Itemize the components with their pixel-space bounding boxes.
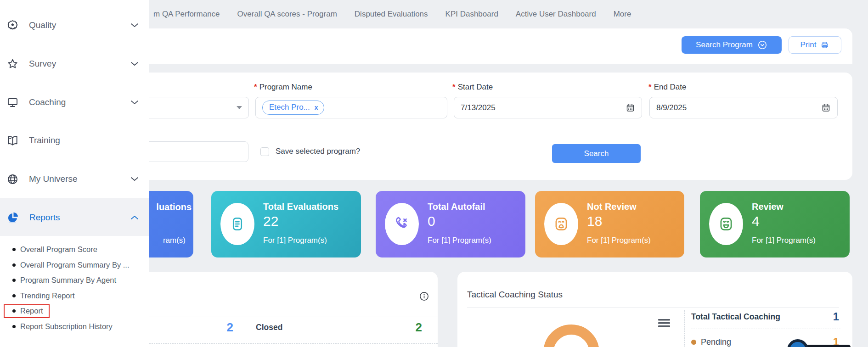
bullet-icon	[12, 309, 16, 313]
start-date-label: * Start Date	[452, 83, 493, 92]
sidebar-item-my-universe[interactable]: My Universe	[0, 171, 149, 187]
total-tactical-coaching-value: 1	[833, 310, 839, 323]
stat-card-subtitle: For [1] Program(s)	[263, 236, 357, 245]
search-program-button[interactable]: Search Program	[682, 36, 782, 54]
stat-card-subtitle-fragment: ram(s)	[163, 236, 186, 245]
bullet-icon	[12, 294, 16, 297]
stat-card-value: 22	[263, 214, 357, 229]
tactical-coaching-donut-chart	[543, 325, 599, 347]
tab-team-qa-performance[interactable]: m QA Performance	[153, 10, 220, 19]
pie-chart-icon	[6, 211, 19, 224]
calendar-icon[interactable]	[821, 103, 831, 112]
chevron-down-icon	[130, 61, 139, 67]
stat-card-title: Not Review	[587, 201, 681, 212]
stat-card-title-fragment: luations	[156, 202, 192, 213]
divider	[124, 317, 438, 317]
cursor-pointer-circle	[787, 339, 808, 347]
happy-face-icon	[709, 203, 743, 245]
program-tag-label: Etech Pro...	[269, 103, 310, 112]
print-button[interactable]: Print	[789, 36, 841, 54]
tab-kpi-dashboard[interactable]: KPI Dashboard	[445, 10, 498, 19]
quality-badge-icon	[6, 19, 19, 32]
stat-card-subtitle: For [1] Program(s)	[428, 236, 522, 245]
tab-disputed-evaluations[interactable]: Disputed Evaluations	[355, 10, 428, 19]
end-date-value: 8/9/2025	[656, 103, 687, 112]
pending-label: Pending	[701, 337, 731, 347]
sidebar-item-coaching[interactable]: Coaching	[0, 95, 149, 110]
end-date-input[interactable]: 8/9/2025	[649, 97, 838, 118]
tab-overall-qa-scores-program[interactable]: Overall QA scores - Program	[237, 10, 337, 19]
page-header: Search Program Print	[149, 28, 852, 64]
chart-menu-icon[interactable]	[658, 319, 670, 328]
sidebar-item-training[interactable]: Training	[0, 133, 149, 148]
annotation-highlight-box: Report	[4, 304, 50, 318]
stat-card-not-review[interactable]: Not Review 18 For [1] Program(s)	[535, 191, 684, 257]
search-button[interactable]: Search	[552, 144, 641, 163]
status-summary-panel: 2 Closed 2	[124, 272, 438, 347]
printer-icon	[820, 40, 829, 50]
stat-card-subtitle: For [1] Program(s)	[587, 236, 681, 245]
stat-card-value: 4	[752, 214, 846, 229]
caret-down-icon	[237, 106, 242, 109]
stat-card-review[interactable]: Review 4 For [1] Program(s)	[700, 191, 850, 257]
tab-more[interactable]: More	[614, 10, 631, 19]
closed-label: Closed	[256, 323, 282, 332]
reports-submenu: Overall Program Score Overall Program Su…	[0, 242, 149, 335]
closed-count: 2	[416, 320, 422, 335]
stat-card-total-autofail[interactable]: Total Autofail 0 For [1] Program(s)	[376, 191, 525, 257]
tab-active-user-dashboard[interactable]: Active User Dashboard	[516, 10, 596, 19]
evaluations-list-icon	[220, 203, 254, 245]
app-root: m QA Performance Overall QA scores - Pro…	[0, 0, 868, 347]
save-program-checkbox[interactable]	[260, 147, 269, 156]
calendar-icon[interactable]	[626, 103, 635, 112]
sidebar-item-quality[interactable]: Quality	[0, 17, 149, 33]
submenu-item-trending-report[interactable]: Trending Report	[0, 288, 149, 304]
chevron-up-icon	[130, 214, 139, 221]
star-icon	[6, 58, 19, 70]
sidebar-item-reports[interactable]: Reports	[0, 210, 149, 225]
program-name-label: * Program Name	[254, 83, 312, 92]
stat-card-value: 18	[587, 214, 681, 229]
submenu-item-overall-program-score[interactable]: Overall Program Score	[0, 242, 149, 257]
program-name-input[interactable]: Etech Pro... x	[255, 97, 447, 118]
sidebar-item-label: My Universe	[29, 174, 78, 184]
dashed-divider	[245, 317, 245, 347]
open-count: 2	[227, 320, 233, 335]
monitor-icon	[6, 96, 19, 109]
submenu-item-report[interactable]: Report	[0, 303, 149, 319]
submenu-item-overall-program-summary[interactable]: Overall Program Summary By ...	[0, 257, 149, 273]
phone-missed-icon	[385, 203, 419, 245]
total-tactical-coaching-label: Total Tactical Coaching	[691, 312, 780, 322]
bullet-icon	[12, 325, 16, 328]
info-icon[interactable]	[419, 291, 429, 302]
stat-card-title: Total Autofail	[428, 201, 522, 212]
required-asterisk: *	[452, 83, 456, 92]
sidebar-item-label: Survey	[29, 59, 56, 69]
bullet-icon	[12, 279, 16, 282]
stat-card-value: 0	[428, 214, 522, 229]
submenu-item-program-summary-by-agent[interactable]: Program Summary By Agent	[0, 273, 149, 288]
bullet-icon	[12, 263, 16, 267]
bullet-icon	[12, 248, 16, 251]
top-nav: m QA Performance Overall QA scores - Pro…	[149, 0, 868, 28]
program-tag: Etech Pro... x	[262, 101, 324, 115]
cursor-pointer-bar	[806, 345, 851, 347]
stat-card-total-evaluations[interactable]: Total Evaluations 22 For [1] Program(s)	[211, 191, 361, 257]
globe-icon	[6, 173, 19, 185]
sidebar-item-label: Training	[29, 135, 60, 146]
chevron-down-icon	[130, 176, 139, 182]
chevron-down-icon	[130, 22, 139, 28]
save-program-checkbox-label: Save selected program?	[276, 147, 360, 156]
required-asterisk: *	[648, 83, 652, 92]
remove-tag-icon[interactable]: x	[315, 104, 318, 111]
end-date-label: * End Date	[648, 83, 687, 92]
dashed-divider	[691, 329, 840, 329]
chevron-down-icon	[130, 99, 139, 106]
open-book-icon	[6, 134, 19, 147]
sidebar-item-survey[interactable]: Survey	[0, 56, 149, 72]
sidebar-item-label: Reports	[29, 213, 60, 223]
dashed-divider	[124, 343, 438, 344]
submenu-item-report-subscription-history[interactable]: Report Subscription History	[0, 319, 149, 335]
chevron-down-circle-icon	[757, 40, 767, 50]
start-date-input[interactable]: 7/13/2025	[454, 97, 642, 118]
